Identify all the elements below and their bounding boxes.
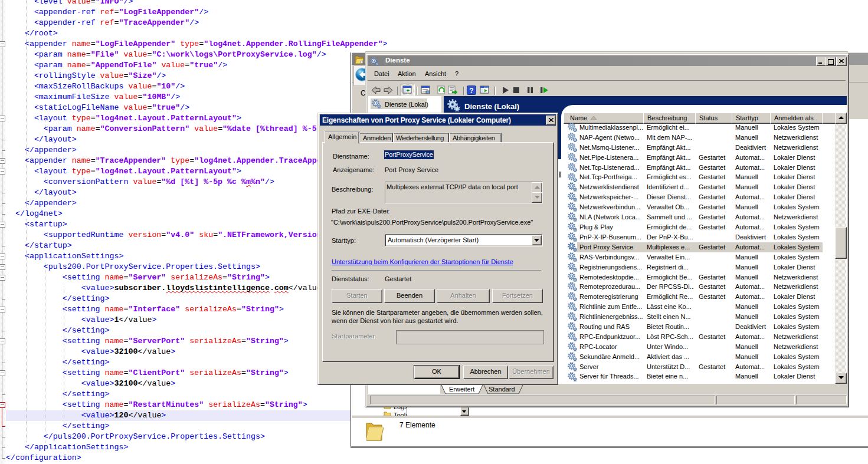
svg-text:?: ? xyxy=(469,87,473,95)
